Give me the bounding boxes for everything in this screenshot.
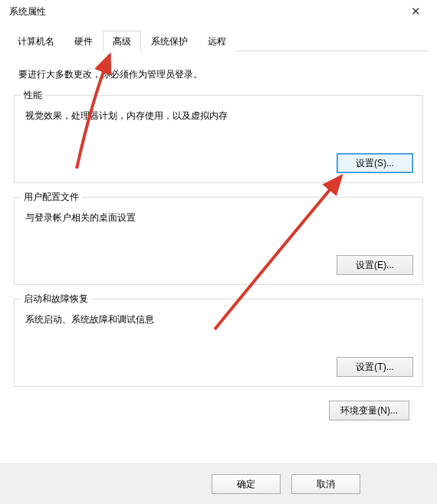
tab-system-protection[interactable]: 系统保护 xyxy=(141,31,198,51)
tab-advanced[interactable]: 高级 xyxy=(103,31,141,51)
group-user-profile-desc: 与登录帐户相关的桌面设置 xyxy=(25,211,413,224)
admin-notice: 要进行大多数更改，你必须作为管理员登录。 xyxy=(18,68,423,81)
cancel-button[interactable]: 取消 xyxy=(291,474,360,494)
tab-strip: 计算机名 硬件 高级 系统保护 远程 xyxy=(8,31,429,51)
group-performance: 性能 视觉效果，处理器计划，内存使用，以及虚拟内存 设置(S)... xyxy=(14,95,423,183)
tab-hardware[interactable]: 硬件 xyxy=(64,31,103,51)
tab-computer-name[interactable]: 计算机名 xyxy=(8,31,64,51)
group-performance-desc: 视觉效果，处理器计划，内存使用，以及虚拟内存 xyxy=(25,110,413,123)
group-startup-recovery: 启动和故障恢复 系统启动、系统故障和调试信息 设置(T)... xyxy=(14,299,423,387)
title-bar: 系统属性 ✕ xyxy=(0,0,437,23)
dialog-buttons: 确定 取消 xyxy=(0,463,437,504)
group-performance-legend: 性能 xyxy=(21,89,45,102)
group-user-profile: 用户配置文件 与登录帐户相关的桌面设置 设置(E)... xyxy=(14,197,423,285)
group-startup-desc: 系统启动、系统故障和调试信息 xyxy=(25,313,413,326)
window-title: 系统属性 xyxy=(6,5,400,18)
group-startup-legend: 启动和故障恢复 xyxy=(21,293,91,306)
tab-remote[interactable]: 远程 xyxy=(198,31,236,51)
ok-button[interactable]: 确定 xyxy=(212,474,281,494)
group-user-profile-legend: 用户配置文件 xyxy=(21,191,82,204)
performance-settings-button[interactable]: 设置(S)... xyxy=(337,153,413,173)
environment-variables-button[interactable]: 环境变量(N)... xyxy=(329,401,409,421)
close-icon[interactable]: ✕ xyxy=(400,5,431,18)
tab-content: 要进行大多数更改，你必须作为管理员登录。 性能 视觉效果，处理器计划，内存使用，… xyxy=(0,51,437,421)
user-profile-settings-button[interactable]: 设置(E)... xyxy=(337,255,413,275)
startup-settings-button[interactable]: 设置(T)... xyxy=(337,357,413,377)
